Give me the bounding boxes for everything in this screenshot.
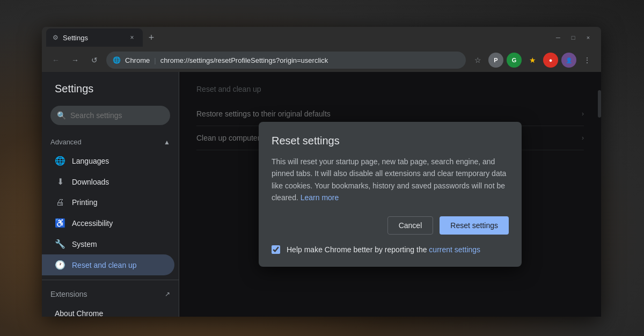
advanced-chevron-icon: ▲ — [164, 138, 170, 146]
sidebar-item-printing-label: Printing — [72, 198, 97, 207]
tab-settings-icon: ⚙ — [53, 34, 58, 41]
sidebar-item-reset-label: Reset and clean up — [72, 261, 137, 269]
omnibox-separator: | — [154, 56, 156, 64]
modal-title: Reset settings — [272, 135, 509, 147]
sidebar-title: Settings — [42, 83, 179, 106]
modal-buttons: Cancel Reset settings — [272, 216, 509, 235]
cancel-button[interactable]: Cancel — [387, 216, 434, 235]
modal-overlay: Reset settings This will reset your star… — [179, 72, 601, 317]
sidebar-divider — [42, 280, 179, 280]
title-bar: ⚙ Settings × + ─ □ × — [42, 27, 601, 48]
extension-icon-g[interactable]: G — [507, 53, 522, 68]
search-icon: 🔍 — [57, 111, 66, 120]
sidebar-item-accessibility[interactable]: ♿ Accessibility — [42, 213, 174, 233]
omnibox-lock-icon: 🌐 — [113, 56, 121, 64]
sidebar-item-accessibility-label: Accessibility — [72, 219, 113, 228]
active-tab[interactable]: ⚙ Settings × — [46, 28, 143, 47]
star-icon[interactable]: ★ — [525, 53, 540, 68]
sidebar-extensions[interactable]: Extensions ↗ — [42, 284, 179, 304]
sidebar: Settings 🔍 Advanced ▲ 🌐 Languages ⬇ Down… — [42, 72, 179, 317]
sidebar-item-about[interactable]: About Chrome — [42, 304, 174, 317]
sidebar-section-advanced[interactable]: Advanced ▲ — [42, 134, 179, 150]
main-content: Settings 🔍 Advanced ▲ 🌐 Languages ⬇ Down… — [42, 72, 601, 317]
reset-settings-button[interactable]: Reset settings — [440, 216, 509, 235]
modal-checkbox-row: Help make Chrome better by reporting the… — [272, 245, 509, 254]
new-tab-button[interactable]: + — [145, 31, 158, 44]
accessibility-icon: ♿ — [55, 218, 65, 228]
back-button[interactable]: ← — [48, 53, 63, 68]
sidebar-item-system[interactable]: 🔧 System — [42, 233, 174, 254]
sidebar-item-reset[interactable]: 🕐 Reset and clean up — [42, 254, 174, 275]
omnibox-url: chrome://settings/resetProfileSettings?o… — [160, 56, 328, 64]
address-bar: ← → ↺ 🌐 Chrome | chrome://settings/reset… — [42, 48, 601, 72]
search-box[interactable]: 🔍 — [50, 106, 170, 125]
checkbox-text-before: Help make Chrome better by reporting the — [287, 245, 427, 254]
sidebar-item-languages[interactable]: 🌐 Languages — [42, 150, 174, 171]
checkbox-label: Help make Chrome better by reporting the… — [287, 245, 480, 254]
omnibox-brand: Chrome — [125, 56, 150, 64]
sidebar-item-system-label: System — [72, 240, 97, 249]
sidebar-item-printing[interactable]: 🖨 Printing — [42, 192, 174, 213]
page-content: Reset and clean up Restore settings to t… — [179, 72, 601, 317]
modal-body: This will reset your startup page, new t… — [272, 156, 509, 204]
current-settings-link[interactable]: current settings — [429, 245, 480, 254]
close-button[interactable]: × — [584, 33, 592, 42]
downloads-icon: ⬇ — [55, 177, 65, 187]
extension-icon-r[interactable]: ● — [543, 53, 558, 68]
bookmark-icon[interactable]: ☆ — [470, 53, 485, 68]
sidebar-item-languages-label: Languages — [72, 157, 109, 165]
extensions-external-icon: ↗ — [165, 290, 170, 298]
reload-button[interactable]: ↺ — [87, 53, 102, 68]
toolbar-icons: ☆ P G ★ ● 👤 ⋮ — [470, 53, 595, 68]
minimize-button[interactable]: ─ — [554, 33, 562, 42]
extensions-label: Extensions — [50, 290, 87, 298]
learn-more-link[interactable]: Learn more — [301, 193, 339, 202]
maximize-button[interactable]: □ — [569, 33, 577, 42]
window-controls: ─ □ × — [554, 33, 597, 42]
tab-title: Settings — [63, 34, 88, 42]
reset-settings-modal: Reset settings This will reset your star… — [259, 122, 522, 267]
search-input[interactable] — [70, 111, 164, 120]
printing-icon: 🖨 — [55, 198, 65, 207]
forward-button[interactable]: → — [68, 53, 83, 68]
advanced-label: Advanced — [50, 138, 82, 146]
languages-icon: 🌐 — [55, 156, 65, 166]
sidebar-item-downloads[interactable]: ⬇ Downloads — [42, 171, 174, 192]
system-icon: 🔧 — [55, 239, 65, 249]
omnibox[interactable]: 🌐 Chrome | chrome://settings/resetProfil… — [106, 52, 466, 69]
chrome-menu-icon[interactable]: ⋮ — [580, 53, 595, 68]
report-checkbox[interactable] — [272, 245, 280, 254]
sidebar-item-downloads-label: Downloads — [72, 178, 109, 186]
extension-icon-p[interactable]: P — [488, 53, 503, 68]
tab-close-button[interactable]: × — [128, 33, 136, 42]
browser-window: ⚙ Settings × + ─ □ × ← → ↺ 🌐 Chrome | ch… — [42, 27, 601, 317]
profile-avatar[interactable]: 👤 — [561, 53, 576, 68]
reset-icon: 🕐 — [55, 260, 65, 270]
about-chrome-label: About Chrome — [55, 309, 103, 317]
